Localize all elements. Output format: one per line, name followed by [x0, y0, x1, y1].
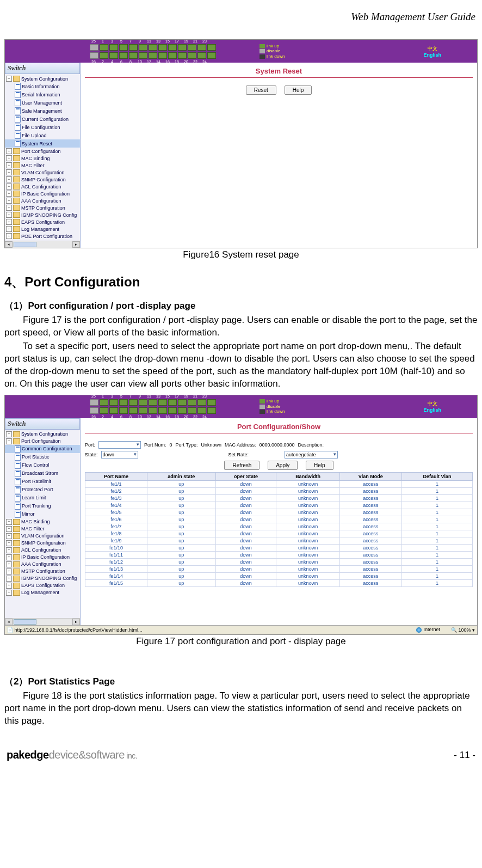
desc-label: Description: — [298, 442, 324, 448]
tree-item[interactable]: Broadcast Strom — [5, 469, 80, 478]
paragraph: Figure 18 is the port statistics informa… — [4, 690, 478, 728]
tree-folder[interactable]: +ACL Configuration — [5, 547, 80, 554]
table-row: fe1/13updownunknownaccess1 — [85, 565, 473, 572]
tree-folder[interactable]: +MAC Filter — [5, 525, 80, 533]
tree-item[interactable]: Port Trunking — [5, 502, 80, 510]
refresh-button[interactable]: Refresh — [224, 461, 259, 470]
state-select[interactable]: down — [101, 451, 138, 459]
port-label: Port: — [85, 442, 95, 448]
tree-folder[interactable]: +VLAN Configuration — [5, 533, 80, 540]
subsection-2: （2）Port Statistics Page — [4, 675, 478, 688]
doc-header: Web Management User Guide — [4, 11, 478, 23]
sidebar-title: Switch — [5, 63, 80, 74]
sidebar-scrollbar[interactable]: ◂▸ — [5, 618, 80, 625]
figure16-caption: Figure16 System reset page — [4, 249, 478, 260]
main-panel: System Reset Reset Help — [81, 63, 477, 248]
porttype-label: Port Type: — [176, 442, 198, 448]
tree-folder[interactable]: +SNMP Configuration — [5, 540, 80, 547]
tree-folder[interactable]: +IP Basic Configuration — [5, 554, 80, 561]
table-row: fe1/12updownunknownaccess1 — [85, 558, 473, 565]
tree-folder[interactable]: +IGMP SNOOPING Config — [5, 211, 80, 218]
table-header: Port Name — [85, 472, 147, 480]
figure17-caption: Figure 17 port configuration and port - … — [4, 636, 478, 647]
mac-value: 0000.0000.0000 — [259, 442, 294, 448]
apply-button[interactable]: Apply — [268, 461, 298, 470]
tree-folder[interactable]: +IP Basic Configuration — [5, 190, 80, 197]
tree-folder[interactable]: +SNMP Configuration — [5, 176, 80, 183]
table-row: fe1/1updownunknownaccess1 — [85, 480, 473, 487]
tree-folder[interactable]: +VLAN Configuration — [5, 169, 80, 176]
status-zoom: 🔍 100% ▾ — [451, 627, 475, 633]
tree-folder[interactable]: +MSTP Configuration — [5, 204, 80, 211]
tree-folder[interactable]: +AAA Configuration — [5, 197, 80, 204]
link-legend: link up disable link down — [259, 399, 285, 414]
rate-label: Set Rate: — [228, 452, 249, 457]
table-header: admin state — [147, 472, 216, 480]
tree-item[interactable]: User Management — [5, 99, 80, 107]
tree-folder[interactable]: +EAPS Configuration — [5, 582, 80, 589]
porttype-value: Unknown — [201, 442, 221, 448]
tree-folder[interactable]: +Log Management — [5, 589, 80, 596]
sidebar-scrollbar[interactable]: ◂▸ — [5, 241, 80, 248]
port-table: Port Nameadmin stateoper StateBandwidthV… — [85, 472, 473, 587]
portnum-label: Port Num: — [144, 442, 166, 448]
tree-item[interactable]: Flow Control — [5, 461, 80, 469]
tree-folder[interactable]: +EAPS Configuration — [5, 218, 80, 225]
tree-folder[interactable]: +MAC Filter — [5, 162, 80, 169]
tree-folder[interactable]: +ACL Configuration — [5, 183, 80, 190]
subsection-1: （1）Port configuration / port -display pa… — [4, 299, 478, 312]
tree-item[interactable]: Mirror — [5, 510, 80, 518]
table-row: fe1/8updownunknownaccess1 — [85, 530, 473, 537]
tree-folder[interactable]: +IGMP SNOOPING Config — [5, 575, 80, 582]
table-row: fe1/7updownunknownaccess1 — [85, 523, 473, 530]
table-header: Vlan Mode — [339, 472, 401, 480]
tree-folder[interactable]: +Log Management — [5, 225, 80, 233]
panel-title: System Reset — [85, 65, 473, 77]
tree-item[interactable]: Learn Limit — [5, 494, 80, 502]
tree-item[interactable]: Common Configuration — [5, 445, 80, 453]
tree-item[interactable]: Port Statistic — [5, 453, 80, 461]
tree-folder[interactable]: +MAC Binding — [5, 518, 80, 525]
mac-label: MAC Address: — [225, 442, 256, 448]
tree-item[interactable]: Protected Port — [5, 486, 80, 494]
figure16-screenshot: 251357911131517192123 262468101214161820… — [4, 39, 478, 248]
help-button[interactable]: Help — [306, 461, 333, 470]
tree-item[interactable]: Safe Management — [5, 107, 80, 115]
main-panel: Port Configuration/Show Port: Port Num: … — [81, 418, 477, 625]
language-switch[interactable]: 中文 English — [423, 45, 441, 58]
reset-button[interactable]: Reset — [246, 85, 276, 95]
table-row: fe1/4updownunknownaccess1 — [85, 502, 473, 509]
table-row: fe1/3updownunknownaccess1 — [85, 494, 473, 502]
tree-item[interactable]: File Upload — [5, 131, 80, 139]
help-button[interactable]: Help — [285, 85, 312, 95]
tree-folder[interactable]: +MAC Binding — [5, 155, 80, 162]
language-switch[interactable]: 中文 English — [423, 400, 441, 413]
table-header: oper State — [215, 472, 276, 480]
tree-folder[interactable]: +POE Port Configuration — [5, 233, 80, 240]
tree-folder[interactable]: +MSTP Configuration — [5, 568, 80, 575]
table-row: fe1/2updownunknownaccess1 — [85, 487, 473, 494]
table-row: fe1/6updownunknownaccess1 — [85, 516, 473, 523]
tree-item[interactable]: System Reset — [5, 139, 80, 148]
tree-folder[interactable]: +Port Configuration — [5, 148, 80, 155]
link-legend: link up disable link down — [259, 44, 285, 59]
nav-sidebar: Switch −System ConfigurationBasic Inform… — [5, 63, 81, 248]
table-row: fe1/5updownunknownaccess1 — [85, 509, 473, 516]
tree-item[interactable]: Port Ratelimit — [5, 478, 80, 486]
tree-folder[interactable]: +AAA Configuration — [5, 561, 80, 568]
nav-sidebar: Switch +System Configuration−Port Config… — [5, 418, 81, 625]
tree-item[interactable]: Serial Information — [5, 90, 80, 99]
table-row: fe1/9updownunknownaccess1 — [85, 537, 473, 544]
tree-item[interactable]: Basic Information — [5, 82, 80, 90]
table-header: Bandwidth — [276, 472, 339, 480]
tree-item[interactable]: Current Configuration — [5, 115, 80, 123]
port-select[interactable] — [98, 441, 141, 449]
table-row: fe1/15updownunknownaccess1 — [85, 579, 473, 586]
section-heading: 4、Port Configuration — [4, 273, 478, 291]
sidebar-title: Switch — [5, 418, 80, 430]
figure17-screenshot: 251357911131517192123 262468101214161820… — [4, 395, 478, 635]
paragraph: To set a specific port, users need to se… — [4, 340, 478, 390]
rate-select[interactable]: autonegotiate — [285, 451, 338, 459]
portnum-value: 0 — [170, 442, 172, 448]
tree-item[interactable]: File Configuration — [5, 123, 80, 131]
